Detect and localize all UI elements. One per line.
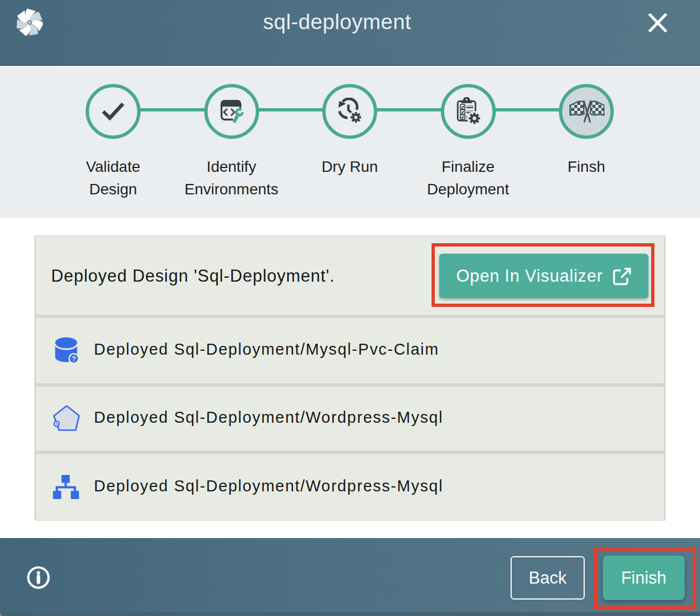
svg-text:?: ? (72, 355, 76, 363)
